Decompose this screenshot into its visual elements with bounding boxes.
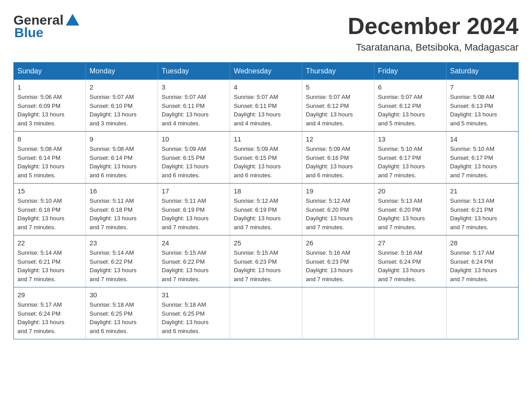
day-number: 8 [17,135,82,143]
day-number: 6 [378,83,442,91]
day-info: Sunrise: 5:07 AMSunset: 6:10 PMDaylight:… [90,94,137,127]
day-number: 22 [17,239,82,247]
calendar-cell: 3Sunrise: 5:07 AMSunset: 6:11 PMDaylight… [158,80,230,132]
day-info: Sunrise: 5:07 AMSunset: 6:12 PMDaylight:… [378,94,425,127]
day-info: Sunrise: 5:18 AMSunset: 6:25 PMDaylight:… [162,301,209,334]
calendar-cell: 7Sunrise: 5:08 AMSunset: 6:13 PMDaylight… [446,80,519,132]
day-number: 26 [306,239,370,247]
calendar-table: SundayMondayTuesdayWednesdayThursdayFrid… [13,62,519,339]
day-number: 2 [90,83,154,91]
calendar-cell: 23Sunrise: 5:14 AMSunset: 6:22 PMDayligh… [86,235,158,287]
day-info: Sunrise: 5:14 AMSunset: 6:21 PMDaylight:… [17,249,64,283]
day-info: Sunrise: 5:16 AMSunset: 6:23 PMDaylight:… [306,249,353,283]
logo-triangle-icon [66,14,79,26]
calendar-cell: 9Sunrise: 5:08 AMSunset: 6:14 PMDaylight… [86,132,158,184]
day-info: Sunrise: 5:06 AMSunset: 6:09 PMDaylight:… [17,94,64,127]
calendar-cell: 10Sunrise: 5:09 AMSunset: 6:15 PMDayligh… [158,132,230,184]
day-number: 28 [450,239,515,247]
day-info: Sunrise: 5:08 AMSunset: 6:14 PMDaylight:… [90,146,137,179]
day-info: Sunrise: 5:08 AMSunset: 6:13 PMDaylight:… [450,94,497,127]
title-area: December 2024 Tsaratanana, Betsiboka, Ma… [348,13,519,53]
day-number: 23 [90,239,154,247]
day-number: 15 [17,187,82,195]
day-info: Sunrise: 5:17 AMSunset: 6:24 PMDaylight:… [17,301,64,334]
day-info: Sunrise: 5:09 AMSunset: 6:15 PMDaylight:… [234,146,281,179]
calendar-cell: 28Sunrise: 5:17 AMSunset: 6:24 PMDayligh… [446,235,519,287]
day-info: Sunrise: 5:10 AMSunset: 6:18 PMDaylight:… [17,197,64,231]
day-number: 25 [234,239,298,247]
day-info: Sunrise: 5:09 AMSunset: 6:15 PMDaylight:… [162,146,209,179]
calendar-cell: 27Sunrise: 5:16 AMSunset: 6:24 PMDayligh… [374,235,446,287]
day-info: Sunrise: 5:13 AMSunset: 6:21 PMDaylight:… [450,197,497,231]
day-info: Sunrise: 5:11 AMSunset: 6:19 PMDaylight:… [162,197,209,231]
day-number: 24 [162,239,226,247]
calendar-cell: 29Sunrise: 5:17 AMSunset: 6:24 PMDayligh… [14,287,86,339]
weekday-header-friday: Friday [374,63,446,80]
day-number: 13 [378,135,442,143]
weekday-header-thursday: Thursday [302,63,374,80]
day-number: 17 [162,187,226,195]
weekday-header-wednesday: Wednesday [230,63,302,80]
day-info: Sunrise: 5:07 AMSunset: 6:11 PMDaylight:… [162,94,209,127]
calendar-week-row: 29Sunrise: 5:17 AMSunset: 6:24 PMDayligh… [14,287,519,339]
day-number: 29 [17,291,82,299]
calendar-cell: 20Sunrise: 5:13 AMSunset: 6:20 PMDayligh… [374,184,446,235]
calendar-cell: 24Sunrise: 5:15 AMSunset: 6:22 PMDayligh… [158,235,230,287]
day-number: 27 [378,239,442,247]
day-number: 1 [17,83,82,91]
weekday-header-saturday: Saturday [446,63,519,80]
calendar-cell: 17Sunrise: 5:11 AMSunset: 6:19 PMDayligh… [158,184,230,235]
logo: General Blue [13,13,79,39]
day-info: Sunrise: 5:07 AMSunset: 6:12 PMDaylight:… [306,94,353,127]
day-number: 12 [306,135,370,143]
calendar-cell: 31Sunrise: 5:18 AMSunset: 6:25 PMDayligh… [158,287,230,339]
calendar-subtitle: Tsaratanana, Betsiboka, Madagascar [348,42,519,53]
page-header: General Blue December 2024 Tsaratanana, … [13,13,519,53]
calendar-cell: 6Sunrise: 5:07 AMSunset: 6:12 PMDaylight… [374,80,446,132]
day-number: 10 [162,135,226,143]
day-number: 11 [234,135,298,143]
day-info: Sunrise: 5:18 AMSunset: 6:25 PMDaylight:… [90,301,137,334]
calendar-cell [374,287,446,339]
calendar-cell: 25Sunrise: 5:15 AMSunset: 6:23 PMDayligh… [230,235,302,287]
day-number: 30 [90,291,154,299]
day-number: 4 [234,83,298,91]
day-info: Sunrise: 5:16 AMSunset: 6:24 PMDaylight:… [378,249,425,283]
day-number: 5 [306,83,370,91]
calendar-week-row: 22Sunrise: 5:14 AMSunset: 6:21 PMDayligh… [14,235,519,287]
day-info: Sunrise: 5:17 AMSunset: 6:24 PMDaylight:… [450,249,497,283]
day-info: Sunrise: 5:10 AMSunset: 6:17 PMDaylight:… [378,146,425,179]
day-info: Sunrise: 5:15 AMSunset: 6:22 PMDaylight:… [162,249,209,283]
calendar-cell: 12Sunrise: 5:09 AMSunset: 6:16 PMDayligh… [302,132,374,184]
calendar-cell: 8Sunrise: 5:08 AMSunset: 6:14 PMDaylight… [14,132,86,184]
weekday-header-row: SundayMondayTuesdayWednesdayThursdayFrid… [14,63,519,80]
calendar-week-row: 1Sunrise: 5:06 AMSunset: 6:09 PMDaylight… [14,80,519,132]
calendar-cell: 5Sunrise: 5:07 AMSunset: 6:12 PMDaylight… [302,80,374,132]
day-info: Sunrise: 5:15 AMSunset: 6:23 PMDaylight:… [234,249,281,283]
calendar-title: December 2024 [348,13,519,39]
day-info: Sunrise: 5:13 AMSunset: 6:20 PMDaylight:… [378,197,425,231]
day-number: 14 [450,135,515,143]
calendar-cell: 13Sunrise: 5:10 AMSunset: 6:17 PMDayligh… [374,132,446,184]
day-info: Sunrise: 5:12 AMSunset: 6:20 PMDaylight:… [306,197,353,231]
calendar-cell: 22Sunrise: 5:14 AMSunset: 6:21 PMDayligh… [14,235,86,287]
calendar-week-row: 8Sunrise: 5:08 AMSunset: 6:14 PMDaylight… [14,132,519,184]
calendar-cell: 1Sunrise: 5:06 AMSunset: 6:09 PMDaylight… [14,80,86,132]
day-number: 20 [378,187,442,195]
calendar-cell: 11Sunrise: 5:09 AMSunset: 6:15 PMDayligh… [230,132,302,184]
calendar-cell [446,287,519,339]
calendar-cell: 30Sunrise: 5:18 AMSunset: 6:25 PMDayligh… [86,287,158,339]
calendar-cell: 15Sunrise: 5:10 AMSunset: 6:18 PMDayligh… [14,184,86,235]
calendar-cell [230,287,302,339]
day-number: 21 [450,187,515,195]
weekday-header-monday: Monday [86,63,158,80]
calendar-cell: 14Sunrise: 5:10 AMSunset: 6:17 PMDayligh… [446,132,519,184]
calendar-cell: 19Sunrise: 5:12 AMSunset: 6:20 PMDayligh… [302,184,374,235]
weekday-header-sunday: Sunday [14,63,86,80]
day-number: 9 [90,135,154,143]
day-info: Sunrise: 5:14 AMSunset: 6:22 PMDaylight:… [90,249,137,283]
calendar-cell: 18Sunrise: 5:12 AMSunset: 6:19 PMDayligh… [230,184,302,235]
calendar-cell: 16Sunrise: 5:11 AMSunset: 6:18 PMDayligh… [86,184,158,235]
weekday-header-tuesday: Tuesday [158,63,230,80]
calendar-cell [302,287,374,339]
